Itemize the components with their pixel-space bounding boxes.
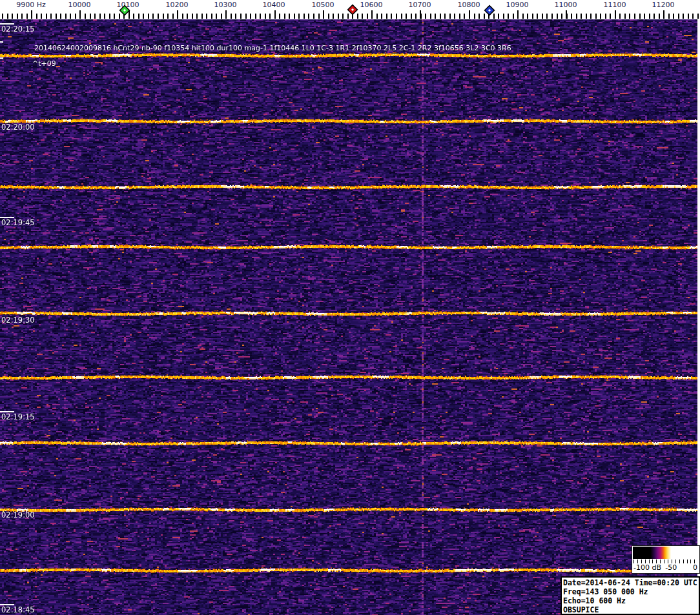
freq-minor-tick (522, 14, 524, 19)
trigger-label: ^t+09 (32, 59, 56, 68)
freq-minor-tick (362, 14, 363, 19)
info-station-line: OBSUPICE (563, 605, 697, 614)
freq-minor-tick (298, 14, 300, 19)
freq-label: 10500 (312, 1, 335, 9)
freq-minor-tick (158, 14, 159, 19)
freq-minor-tick (85, 14, 86, 19)
freq-label: 10800 (458, 1, 480, 9)
freq-minor-tick (474, 14, 475, 19)
freq-minor-tick (328, 14, 329, 19)
colorbar-gradient (633, 547, 699, 559)
freq-minor-tick (459, 14, 460, 19)
freq-minor-tick (250, 14, 251, 19)
freq-major-tick (663, 10, 664, 19)
freq-minor-tick (313, 14, 314, 19)
freq-minor-tick (639, 14, 641, 19)
freq-label: 10900 (506, 1, 529, 9)
freq-minor-tick (133, 14, 134, 19)
freq-minor-tick (187, 14, 188, 19)
freq-minor-tick (265, 14, 266, 19)
freq-major-tick (420, 10, 421, 19)
freq-minor-tick (546, 14, 548, 19)
freq-minor-tick (649, 14, 650, 19)
freq-minor-tick (255, 14, 256, 19)
freq-minor-tick (70, 14, 71, 19)
freq-minor-tick (532, 14, 533, 19)
freq-minor-tick (381, 14, 382, 19)
freq-minor-tick (318, 14, 320, 19)
freq-major-tick (615, 10, 616, 19)
freq-minor-tick (75, 14, 76, 19)
freq-minor-tick (557, 14, 558, 19)
freq-major-tick (177, 10, 178, 19)
freq-minor-tick (99, 14, 101, 19)
freq-minor-tick (619, 14, 621, 19)
right-edge-strip (697, 0, 700, 615)
colorbar-max-label: 0 (693, 563, 697, 572)
freq-minor-tick (688, 14, 689, 19)
freq-minor-tick (357, 14, 358, 19)
freq-minor-tick (206, 14, 207, 19)
freq-minor-tick (464, 14, 465, 19)
freq-minor-tick (289, 14, 290, 19)
freq-minor-tick (600, 14, 601, 19)
freq-minor-tick (440, 14, 441, 19)
freq-minor-tick (26, 14, 28, 19)
freq-minor-tick (551, 14, 553, 19)
freq-minor-tick (245, 14, 247, 19)
freq-major-tick (225, 10, 227, 19)
freq-label: 11200 (652, 1, 675, 9)
colorbar-labels: -100 dB -50 0 (632, 563, 699, 572)
spectrogram-canvas (0, 19, 697, 615)
time-label: 02:19:15 (1, 412, 35, 421)
freq-minor-tick (386, 14, 387, 19)
freq-minor-tick (444, 14, 446, 19)
freq-major-tick (274, 10, 276, 19)
freq-minor-tick (143, 14, 144, 19)
freq-minor-tick (211, 14, 212, 19)
freq-minor-tick (430, 14, 431, 19)
freq-minor-tick (391, 14, 392, 19)
freq-minor-tick (109, 14, 110, 19)
freq-minor-tick (634, 14, 635, 19)
freq-minor-tick (527, 14, 528, 19)
freq-minor-tick (138, 14, 139, 19)
time-tick (0, 23, 14, 25)
freq-minor-tick (454, 14, 455, 19)
freq-minor-tick (678, 14, 679, 19)
freq-minor-tick (2, 14, 3, 19)
freq-minor-tick (50, 14, 52, 19)
freq-minor-tick (415, 14, 417, 19)
freq-minor-tick (284, 14, 285, 19)
freq-minor-tick (571, 14, 572, 19)
freq-minor-tick (60, 14, 61, 19)
freq-minor-tick (411, 14, 412, 19)
freq-minor-tick (240, 14, 242, 19)
freq-minor-tick (376, 14, 378, 19)
freq-minor-tick (148, 14, 149, 19)
time-label: 02:20:15 (1, 25, 35, 34)
freq-minor-tick (479, 14, 480, 19)
freq-minor-tick (119, 14, 120, 19)
freq-minor-tick (216, 14, 217, 19)
freq-minor-tick (347, 14, 349, 19)
freq-minor-tick (396, 14, 397, 19)
freq-label: 11100 (604, 1, 626, 9)
info-echo-line: Echo=10 600 Hz (563, 596, 697, 605)
freq-minor-tick (484, 14, 485, 19)
freq-label: 9900 Hz (16, 1, 46, 9)
freq-minor-tick (605, 14, 606, 19)
time-label: 02:20:00 (1, 123, 35, 132)
freq-minor-tick (503, 14, 504, 19)
info-date-line: Date=2014-06-24 Time=00:20 UTC (563, 578, 697, 587)
freq-label: 11000 (555, 1, 577, 9)
freq-label: 10400 (263, 1, 285, 9)
freq-minor-tick (94, 14, 96, 19)
freq-minor-tick (683, 14, 684, 19)
freq-minor-tick (338, 14, 339, 19)
freq-minor-tick (595, 14, 597, 19)
time-label: 02:19:30 (1, 316, 35, 325)
freq-minor-tick (624, 14, 626, 19)
freq-minor-tick (221, 14, 222, 19)
freq-minor-tick (308, 14, 309, 19)
